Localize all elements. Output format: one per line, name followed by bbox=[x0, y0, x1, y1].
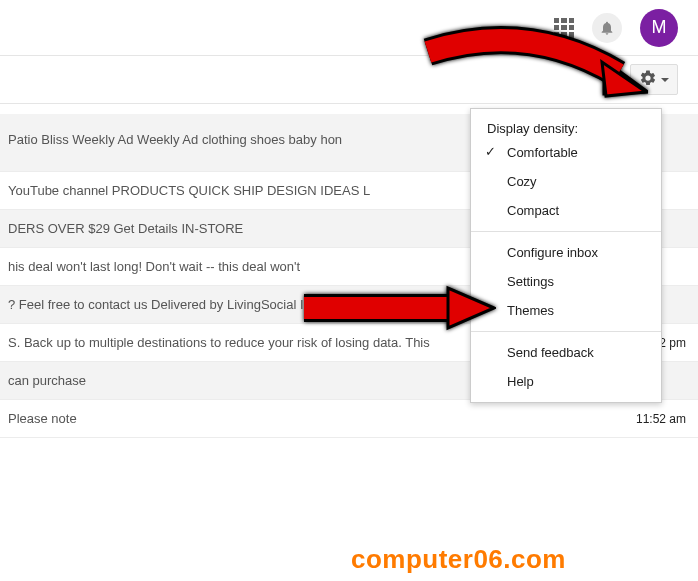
chevron-down-icon bbox=[661, 78, 669, 82]
menu-separator bbox=[471, 331, 661, 332]
menu-header: Display density: bbox=[471, 115, 661, 138]
topbar: M bbox=[0, 0, 698, 56]
menu-density-comfortable[interactable]: Comfortable bbox=[471, 138, 661, 167]
menu-density-compact[interactable]: Compact bbox=[471, 196, 661, 225]
gear-icon bbox=[639, 69, 657, 90]
email-snippet: Please note bbox=[0, 411, 626, 426]
menu-item-help[interactable]: Help bbox=[471, 367, 661, 396]
email-row[interactable]: Please note11:52 am bbox=[0, 400, 698, 438]
notifications-icon[interactable] bbox=[592, 13, 622, 43]
settings-menu: Display density: ComfortableCozyCompact … bbox=[470, 108, 662, 403]
settings-button[interactable] bbox=[630, 64, 678, 95]
apps-icon[interactable] bbox=[554, 18, 574, 38]
avatar[interactable]: M bbox=[640, 9, 678, 47]
menu-density-cozy[interactable]: Cozy bbox=[471, 167, 661, 196]
menu-item-configure-inbox[interactable]: Configure inbox bbox=[471, 238, 661, 267]
avatar-initial: M bbox=[652, 17, 667, 38]
watermark: computer06.com bbox=[351, 544, 566, 575]
menu-item-send-feedback[interactable]: Send feedback bbox=[471, 338, 661, 367]
menu-item-themes[interactable]: Themes bbox=[471, 296, 661, 325]
email-time: 11:52 am bbox=[636, 412, 686, 426]
toolbar bbox=[0, 56, 698, 104]
menu-separator bbox=[471, 231, 661, 232]
menu-item-settings[interactable]: Settings bbox=[471, 267, 661, 296]
